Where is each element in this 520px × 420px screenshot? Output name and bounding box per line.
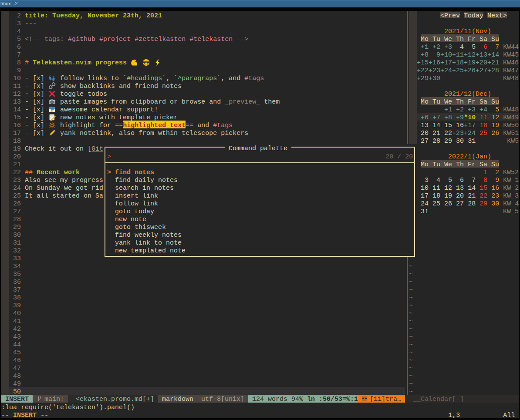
svg-text:17: 17 [51,109,54,112]
